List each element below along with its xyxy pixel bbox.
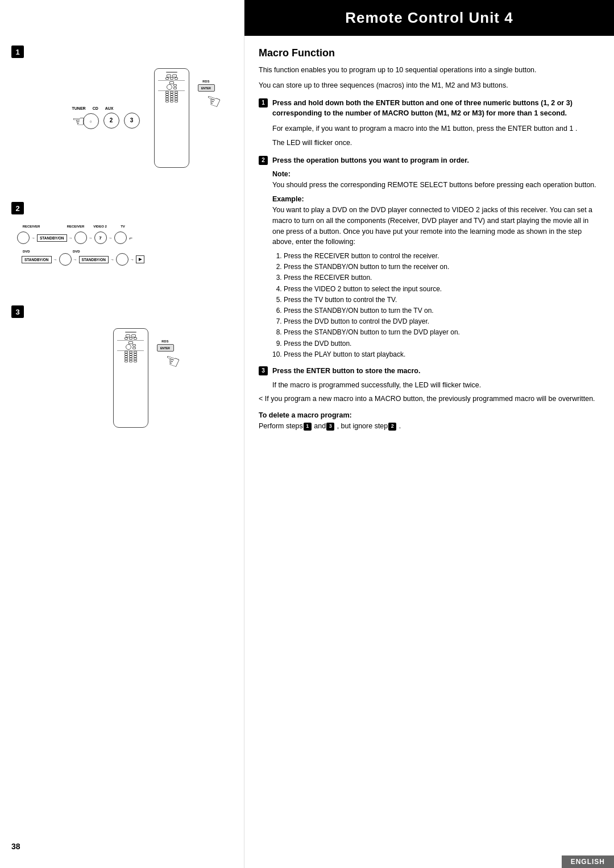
remote1-body xyxy=(154,68,189,168)
receiver-circle-1 xyxy=(17,232,30,244)
receiver-label-2: RECEIVER xyxy=(61,225,90,228)
arrow-6: → xyxy=(73,258,77,262)
r3-row-4 xyxy=(126,344,136,350)
remote3-group: RDS ENTER ☞ xyxy=(113,328,148,428)
note-label: Note: xyxy=(272,170,600,178)
tv-circle xyxy=(114,232,127,244)
step1-instruction-block: 1 Press and hold down both the ENTER but… xyxy=(259,98,600,119)
r3-rb-23 xyxy=(134,360,137,362)
source-buttons: TUNER CD AUX ☞ ○ 2 3 xyxy=(72,106,140,130)
step3-note1: If the macro is programmed successfully,… xyxy=(272,380,600,391)
step3-instruction-block: 3 Press the ENTER button to store the ma… xyxy=(259,366,600,377)
rb-21 xyxy=(165,100,169,102)
step3-section: 3 xyxy=(11,305,238,428)
r-divider-2 xyxy=(158,90,185,91)
flow-col-down: DVD DVD STANDBY/ON → → STANDBY/ON → → ▶ xyxy=(22,247,238,266)
r3-rb-3 xyxy=(125,337,128,340)
rb-5 xyxy=(175,77,178,80)
step2-diagram: RECEIVER RECEIVER VIDEO 2 TV → STANDBY/O… xyxy=(17,225,238,266)
list-item: Press the RECEIVER button. xyxy=(284,272,600,283)
note-text: You should press the corresponding REMOT… xyxy=(272,180,600,191)
rb-8 xyxy=(173,87,177,89)
delete-period: . xyxy=(397,422,401,430)
step3-number: 3 xyxy=(11,305,24,318)
section-title: Macro Function xyxy=(259,47,600,59)
remote1-top-indicator xyxy=(166,72,177,73)
step1-section: 1 TUNER CD AUX ☞ ○ 2 3 xyxy=(11,46,238,168)
page-num-text: 38 xyxy=(11,842,20,851)
cd-btn: 2 xyxy=(103,113,119,129)
delete-step3: 3 xyxy=(326,423,334,431)
step3-instruction-text: Press the ENTER button to store the macr… xyxy=(272,366,420,377)
r-row-4 xyxy=(167,84,177,90)
step1-number: 1 xyxy=(11,46,24,58)
standby-btn-1: STANDBY/ON xyxy=(37,234,67,242)
r3-rb-22 xyxy=(129,360,132,362)
delete-label: To delete a macro program: xyxy=(259,411,600,419)
step1-example: For example, if you want to program a ma… xyxy=(272,123,600,134)
r-row-2 xyxy=(165,77,178,80)
r3-rb-5 xyxy=(134,337,137,340)
delete-text-start: Perform steps xyxy=(259,422,303,430)
delete-step2: 2 xyxy=(388,423,396,431)
list-item: Press the TV button to control the TV. xyxy=(284,295,600,305)
video2-label: VIDEO 2 xyxy=(92,225,108,228)
hand-icon-1: ☞ xyxy=(72,113,85,130)
r3-divider-2 xyxy=(117,350,144,351)
receiver-circle-2 xyxy=(74,232,87,244)
rb-22 xyxy=(170,100,173,102)
r3-rb-4 xyxy=(129,337,132,340)
standby-dvd-2: STANDBY/ON xyxy=(79,256,109,263)
cd-label: CD xyxy=(93,106,98,110)
step3-inline-num: 3 xyxy=(259,366,268,375)
r3-row-9 xyxy=(125,360,137,362)
r3-rb-col xyxy=(132,344,136,350)
arrow-5: → xyxy=(53,258,57,262)
btn-7-label: 7 xyxy=(99,235,101,241)
step1-led: The LED will flicker once. xyxy=(272,138,600,148)
list-item: Press the RECEIVER button to control the… xyxy=(284,251,600,262)
arrow-2: → xyxy=(69,236,73,240)
rb-3 xyxy=(165,77,169,80)
source-labels: TUNER CD AUX xyxy=(72,106,140,110)
step2-inline-num: 2 xyxy=(259,156,268,165)
flow-row-1: → STANDBY/ON → → 7 → ⌐ xyxy=(17,232,238,244)
corner-arrow: ⌐ xyxy=(130,235,133,241)
arrow-1: → xyxy=(31,236,35,240)
r3-row-2 xyxy=(125,337,137,340)
top-labels-row: RECEIVER RECEIVER VIDEO 2 TV xyxy=(17,225,238,228)
arrow-3: → xyxy=(89,236,93,240)
r3-divider-1 xyxy=(117,340,144,341)
rb-7 xyxy=(173,84,177,86)
left-panel: 1 TUNER CD AUX ☞ ○ 2 3 xyxy=(0,0,244,868)
step1-inline-num: 1 xyxy=(259,98,268,108)
delete-step1: 1 xyxy=(304,423,312,431)
play-btn: ▶ xyxy=(136,255,144,263)
list-item: Press the STANDBY/ON button to turn the … xyxy=(284,327,600,338)
step3-note2: < If you program a new macro into a MACR… xyxy=(259,394,600,404)
rb-23 xyxy=(175,100,178,102)
list-item: Press the DVD button. xyxy=(284,338,600,349)
page-header: Remote Control Unit 4 xyxy=(244,0,614,36)
r3-dial xyxy=(126,344,131,350)
page-title: Remote Control Unit 4 xyxy=(256,9,603,27)
hand-icon-enter-3: ☞ xyxy=(161,349,182,373)
right-panel: Remote Control Unit 4 Macro Function Thi… xyxy=(244,0,614,868)
dvd-circle-1 xyxy=(59,253,72,266)
r-divider-1 xyxy=(158,80,185,81)
aux-btn: 3 xyxy=(124,113,140,129)
hand-enter-3: ☞ xyxy=(164,351,180,371)
footer: ENGLISH xyxy=(244,851,614,868)
intro-p2: You can store up to three sequences (mac… xyxy=(259,80,600,91)
r3-rb-8 xyxy=(132,347,136,349)
flow-row-2: STANDBY/ON → → STANDBY/ON → → ▶ xyxy=(22,253,238,266)
delete-ignore: , but ignore step xyxy=(335,422,388,430)
list-item: Press the DVD button to control the DVD … xyxy=(284,316,600,327)
step2-number: 2 xyxy=(11,202,24,214)
video2-circle: 7 xyxy=(94,232,107,244)
note-block: Note: You should press the corresponding… xyxy=(272,170,600,360)
remote3-top-indicator xyxy=(125,332,136,333)
r3-rb-21 xyxy=(125,360,128,362)
step2-instruction-block: 2 Press the operation buttons you want t… xyxy=(259,155,600,166)
list-item: Press the VIDEO 2 button to select the i… xyxy=(284,284,600,295)
